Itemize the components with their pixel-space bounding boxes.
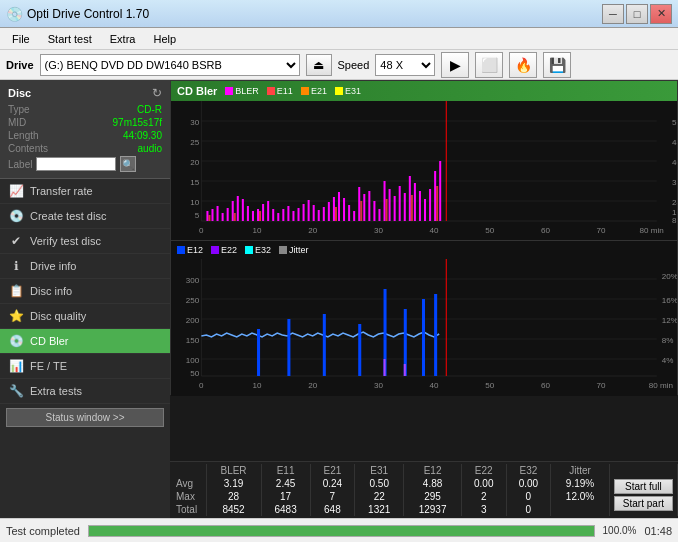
svg-text:200: 200 bbox=[186, 316, 200, 325]
sidebar-item-cd-bler-label: CD Bler bbox=[30, 335, 69, 347]
close-button[interactable]: ✕ bbox=[650, 4, 672, 24]
svg-text:10: 10 bbox=[190, 198, 200, 207]
start-full-button[interactable]: Start full bbox=[614, 479, 673, 494]
svg-rect-77 bbox=[439, 161, 441, 221]
maximize-button[interactable]: □ bbox=[626, 4, 648, 24]
svg-rect-60 bbox=[353, 211, 355, 221]
stats-max-row: Max 28 17 7 22 295 2 0 12.0% bbox=[170, 490, 678, 503]
main-layout: Disc ↻ Type CD-R MID 97m15s17f Length 44… bbox=[0, 80, 678, 518]
transfer-rate-icon: 📈 bbox=[8, 184, 24, 198]
svg-rect-59 bbox=[348, 205, 350, 221]
svg-text:30: 30 bbox=[374, 381, 384, 390]
svg-text:40 X: 40 X bbox=[672, 158, 677, 167]
svg-rect-42 bbox=[262, 204, 264, 221]
sidebar-item-create-test-disc[interactable]: 💿 Create test disc bbox=[0, 204, 170, 229]
menu-extra[interactable]: Extra bbox=[102, 31, 144, 47]
svg-rect-123 bbox=[384, 359, 386, 376]
avg-e11: 2.45 bbox=[261, 477, 310, 490]
sidebar-item-disc-quality[interactable]: ⭐ Disc quality bbox=[0, 304, 170, 329]
avg-e31: 0.50 bbox=[355, 477, 404, 490]
col-header-e11: E11 bbox=[261, 464, 310, 477]
menu-start-test[interactable]: Start test bbox=[40, 31, 100, 47]
svg-rect-45 bbox=[277, 213, 279, 221]
status-bar: Test completed 100.0% 01:48 bbox=[0, 518, 678, 542]
speed-select[interactable]: 48 X bbox=[375, 54, 435, 76]
sidebar-item-extra-tests[interactable]: 🔧 Extra tests bbox=[0, 379, 170, 404]
disc-length-value: 44:09.30 bbox=[123, 130, 162, 141]
disc-info-icon: 📋 bbox=[8, 284, 24, 298]
disc-contents-label: Contents bbox=[8, 143, 48, 154]
svg-text:30: 30 bbox=[190, 118, 200, 127]
save-button[interactable]: 💾 bbox=[543, 52, 571, 78]
svg-text:0: 0 bbox=[199, 381, 204, 390]
svg-text:60: 60 bbox=[541, 226, 551, 235]
disc-refresh-button[interactable]: ↻ bbox=[152, 86, 162, 100]
sidebar-item-verify-test-disc-label: Verify test disc bbox=[30, 235, 101, 247]
svg-rect-33 bbox=[217, 206, 219, 221]
status-window-button[interactable]: Status window >> bbox=[6, 408, 164, 427]
svg-rect-122 bbox=[434, 294, 437, 376]
col-header-e31: E31 bbox=[355, 464, 404, 477]
svg-rect-40 bbox=[252, 211, 254, 221]
chart1-title: CD Bler bbox=[177, 85, 217, 97]
svg-rect-67 bbox=[389, 189, 391, 221]
drive-select[interactable]: (G:) BENQ DVD DD DW1640 BSRB bbox=[40, 54, 300, 76]
col-header-btn1 bbox=[609, 464, 677, 477]
svg-rect-48 bbox=[292, 211, 294, 221]
avg-jitter: 9.19% bbox=[551, 477, 610, 490]
go-button[interactable]: ▶ bbox=[441, 52, 469, 78]
menu-file[interactable]: File bbox=[4, 31, 38, 47]
disc-label-input[interactable] bbox=[36, 157, 116, 171]
menu-bar: File Start test Extra Help bbox=[0, 28, 678, 50]
sidebar-item-drive-info[interactable]: ℹ Drive info bbox=[0, 254, 170, 279]
chart1-container: CD Bler BLER E11 E21 E3 bbox=[170, 80, 678, 240]
cd-bler-icon: 💿 bbox=[8, 334, 24, 348]
sidebar-item-fe-te-label: FE / TE bbox=[30, 360, 67, 372]
sidebar-item-verify-test-disc[interactable]: ✔ Verify test disc bbox=[0, 229, 170, 254]
create-test-disc-icon: 💿 bbox=[8, 209, 24, 223]
max-e31: 22 bbox=[355, 490, 404, 503]
svg-rect-115 bbox=[257, 329, 260, 376]
sidebar-item-disc-quality-label: Disc quality bbox=[30, 310, 86, 322]
progress-bar-fill bbox=[89, 526, 594, 536]
svg-text:20: 20 bbox=[308, 381, 318, 390]
legend-dot-e32 bbox=[245, 246, 253, 254]
disc-label-search-button[interactable]: 🔍 bbox=[120, 156, 136, 172]
start-part-button[interactable]: Start part bbox=[614, 496, 673, 511]
svg-text:12%: 12% bbox=[662, 316, 677, 325]
svg-rect-64 bbox=[373, 201, 375, 221]
sidebar-item-fe-te[interactable]: 📊 FE / TE bbox=[0, 354, 170, 379]
svg-text:20%: 20% bbox=[662, 272, 677, 281]
sidebar-item-disc-info[interactable]: 📋 Disc info bbox=[0, 279, 170, 304]
svg-rect-34 bbox=[222, 213, 224, 221]
col-header-e12: E12 bbox=[404, 464, 462, 477]
chart2-container: E12 E22 E32 Jitter bbox=[170, 240, 678, 395]
svg-rect-69 bbox=[399, 186, 401, 221]
sidebar: Disc ↻ Type CD-R MID 97m15s17f Length 44… bbox=[0, 80, 170, 518]
svg-text:300: 300 bbox=[186, 276, 200, 285]
max-e22: 2 bbox=[461, 490, 506, 503]
menu-help[interactable]: Help bbox=[145, 31, 184, 47]
sidebar-item-transfer-rate[interactable]: 📈 Transfer rate bbox=[0, 179, 170, 204]
max-e21: 7 bbox=[310, 490, 355, 503]
svg-text:5: 5 bbox=[195, 211, 200, 220]
burn-button[interactable]: 🔥 bbox=[509, 52, 537, 78]
svg-rect-116 bbox=[287, 319, 290, 376]
legend-label-e21: E21 bbox=[311, 86, 327, 96]
total-e21: 648 bbox=[310, 503, 355, 516]
svg-text:4%: 4% bbox=[662, 356, 674, 365]
extra-tests-icon: 🔧 bbox=[8, 384, 24, 398]
eject-button[interactable]: ⏏ bbox=[306, 54, 332, 76]
max-e12: 295 bbox=[404, 490, 462, 503]
total-e12: 12937 bbox=[404, 503, 462, 516]
total-bler: 8452 bbox=[206, 503, 261, 516]
sidebar-item-drive-info-label: Drive info bbox=[30, 260, 76, 272]
erase-button[interactable]: ⬜ bbox=[475, 52, 503, 78]
minimize-button[interactable]: ─ bbox=[602, 4, 624, 24]
title-bar: 💿 Opti Drive Control 1.70 ─ □ ✕ bbox=[0, 0, 678, 28]
disc-panel-title: Disc bbox=[8, 87, 31, 99]
svg-rect-83 bbox=[386, 199, 388, 221]
max-e32: 0 bbox=[506, 490, 551, 503]
svg-rect-35 bbox=[227, 208, 229, 221]
sidebar-item-cd-bler[interactable]: 💿 CD Bler bbox=[0, 329, 170, 354]
